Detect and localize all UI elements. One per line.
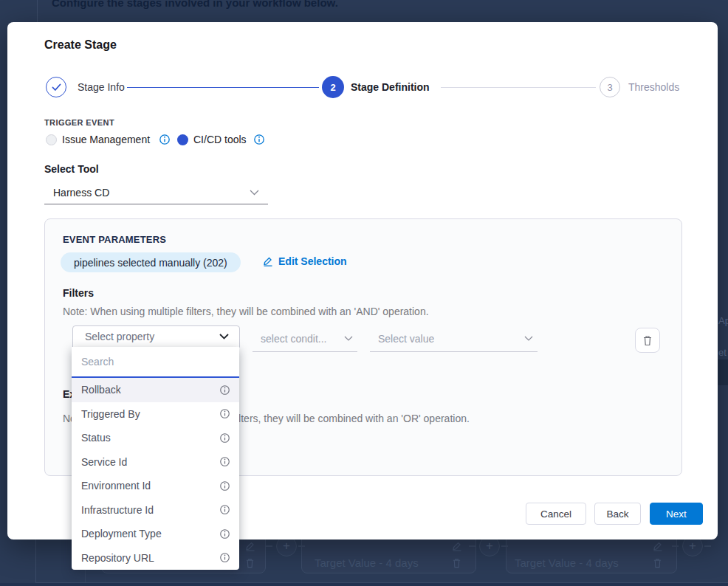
select-tool-label: Select Tool <box>44 163 99 175</box>
radio-cicd-tools[interactable] <box>177 134 188 145</box>
search-input[interactable] <box>81 356 230 368</box>
step-stage-definition-circle[interactable]: 2 <box>322 76 344 98</box>
value-select[interactable]: Select value <box>370 325 538 352</box>
modal-title: Create Stage <box>44 38 117 52</box>
step-stage-definition-label[interactable]: Stage Definition <box>351 81 430 93</box>
background-fragment: Ap <box>718 315 728 326</box>
tool-select-value: Harness CD <box>53 187 109 199</box>
chevron-down-icon <box>219 334 229 339</box>
pencil-icon <box>263 256 273 266</box>
screen: Configure the stages involved in your wo… <box>0 0 728 586</box>
info-icon[interactable] <box>220 529 230 539</box>
info-icon[interactable] <box>159 134 170 148</box>
radio-cicd-tools-label[interactable]: CI/CD tools <box>193 134 247 145</box>
radio-issue-management-label[interactable]: Issue Management <box>62 134 150 145</box>
background-divider <box>37 0 38 22</box>
trash-icon <box>653 558 665 568</box>
property-select[interactable]: Select property <box>72 325 240 348</box>
info-icon[interactable] <box>220 457 230 466</box>
info-icon[interactable] <box>220 481 230 491</box>
check-icon <box>52 83 61 92</box>
pencil-icon <box>452 541 464 551</box>
dropdown-item-infrastructure-id[interactable]: Infrastructure Id <box>72 498 239 523</box>
pencil-icon <box>653 541 665 551</box>
background-edit-delete <box>653 541 665 568</box>
delete-filter-button[interactable] <box>635 328 660 353</box>
dropdown-item-status[interactable]: Status <box>72 426 239 450</box>
dropdown-search[interactable] <box>72 347 239 378</box>
tool-select[interactable]: Harness CD <box>44 182 268 204</box>
radio-issue-management[interactable] <box>46 134 57 145</box>
info-icon[interactable] <box>220 553 230 562</box>
filters-title: Filters <box>63 287 94 299</box>
chevron-down-icon <box>250 190 259 196</box>
step-stage-info-circle[interactable] <box>46 77 66 97</box>
background-card-label: Target Value - 4 days <box>515 556 619 569</box>
chevron-down-icon <box>524 336 533 341</box>
trash-icon <box>642 335 653 346</box>
step-thresholds-circle[interactable]: 3 <box>600 77 620 97</box>
stepper-connector <box>441 87 596 88</box>
background-edit-delete <box>245 541 257 568</box>
condition-select-placeholder: select condit... <box>261 333 327 345</box>
info-icon[interactable] <box>220 385 230 395</box>
cancel-button[interactable]: Cancel <box>526 503 586 525</box>
value-select-placeholder: Select value <box>378 333 434 345</box>
trigger-event-label: TRIGGER EVENT <box>44 118 114 127</box>
background-footer-strip <box>0 583 728 586</box>
edit-selection-link[interactable]: Edit Selection <box>263 255 347 267</box>
background-block <box>718 359 728 385</box>
step-thresholds-label[interactable]: Thresholds <box>628 81 679 93</box>
info-icon[interactable] <box>220 433 230 443</box>
background-fragment: et <box>718 347 727 358</box>
info-icon[interactable] <box>220 505 230 514</box>
property-select-placeholder: Select property <box>85 331 154 342</box>
condition-select[interactable]: select condit... <box>253 325 357 352</box>
background-edit-delete <box>452 541 464 568</box>
dropdown-item-rollback[interactable]: Rollback <box>72 378 239 402</box>
dashed-connector <box>469 545 475 547</box>
filters-note: Note: When using multiple filters, they … <box>63 306 429 317</box>
back-button[interactable]: Back <box>594 503 641 525</box>
edit-selection-label: Edit Selection <box>278 255 347 267</box>
selection-pill: pipelines selected manually (202) <box>61 252 241 272</box>
trash-icon <box>452 558 464 568</box>
event-parameters-title: EVENT PARAMETERS <box>63 234 166 245</box>
background-heading: Configure the stages involved in your wo… <box>52 0 338 9</box>
dashed-connector <box>266 545 272 547</box>
info-icon[interactable] <box>254 134 264 148</box>
property-dropdown: Rollback Triggered By Status Service Id … <box>72 347 239 570</box>
info-icon[interactable] <box>220 409 230 418</box>
background-divider <box>35 540 36 582</box>
pencil-icon <box>245 541 257 551</box>
dropdown-item-environment-id[interactable]: Environment Id <box>72 474 239 498</box>
dropdown-item-deployment-type[interactable]: Deployment Type <box>72 522 239 546</box>
dropdown-item-service-id[interactable]: Service Id <box>72 450 239 475</box>
dashed-connector <box>298 545 305 547</box>
dashed-connector <box>501 545 508 547</box>
chevron-down-icon <box>344 336 353 341</box>
next-button[interactable]: Next <box>650 503 703 525</box>
dropdown-item-repository-url[interactable]: Repository URL <box>72 546 239 571</box>
background-card-label: Target Value - 4 days <box>315 556 419 569</box>
dashed-connector <box>704 545 711 547</box>
dashed-connector <box>672 545 679 547</box>
step-stage-info-label[interactable]: Stage Info <box>78 81 125 93</box>
trash-icon <box>245 558 257 568</box>
stepper-connector <box>127 87 319 88</box>
dropdown-item-triggered-by[interactable]: Triggered By <box>72 402 239 427</box>
